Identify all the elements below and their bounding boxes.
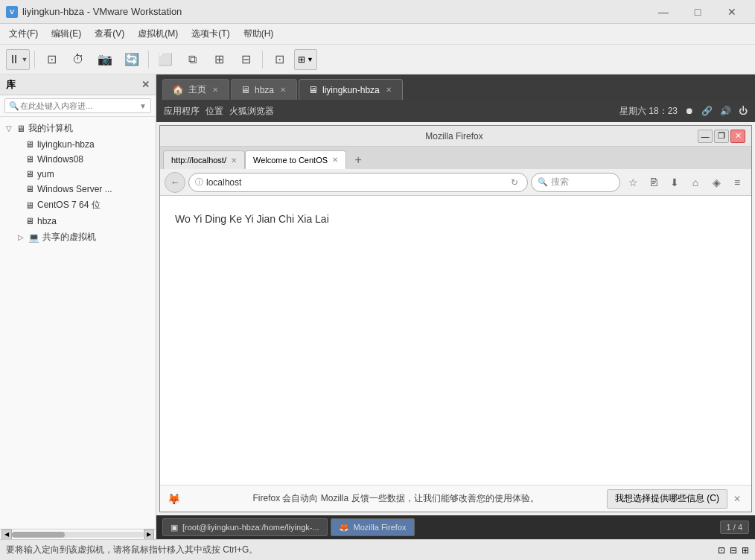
pause-button[interactable]: ⏸ ▼	[6, 49, 30, 70]
view-button[interactable]: ⊞	[207, 49, 231, 70]
reload-button[interactable]: ↻	[508, 177, 521, 188]
close-button[interactable]: ✕	[715, 0, 749, 24]
record-icon: ⏺	[685, 106, 694, 116]
home-btn[interactable]: ⌂	[686, 173, 705, 192]
search-placeholder-text: 搜索	[551, 176, 569, 188]
menu-edit[interactable]: 编辑(E)	[45, 25, 87, 43]
search-bar[interactable]: 🔍 搜索	[531, 173, 620, 192]
menu-vm[interactable]: 虚拟机(M)	[132, 25, 184, 43]
scroll-left-btn[interactable]: ◀	[1, 529, 12, 540]
tree-item-yum[interactable]: 🖥 yum	[0, 167, 156, 182]
vm-icon-yum: 🖥	[25, 169, 34, 179]
scroll-track[interactable]	[12, 532, 144, 538]
tree-item-shared[interactable]: ▷ 💻 共享的虚拟机	[0, 229, 156, 246]
ff-tab-localhost[interactable]: http://localhost/ ✕	[163, 150, 245, 169]
firefox-maximize[interactable]: ❐	[714, 130, 729, 143]
url-text: localhost	[206, 177, 505, 188]
notification-close-btn[interactable]: ✕	[730, 494, 744, 504]
sidebar: 库 ✕ 🔍 ▼ ▽ 🖥 我的计算机 🖥 liyingkun-	[0, 74, 156, 539]
toolbar-separator-1	[34, 51, 35, 69]
search-bar-icon: 🔍	[538, 177, 548, 187]
tab-hbza[interactable]: 🖥 hbza ✕	[231, 79, 297, 100]
back-button[interactable]: ←	[165, 172, 185, 193]
tab-liyingkun-close[interactable]: ✕	[384, 84, 393, 95]
firefox-minimize[interactable]: —	[698, 130, 713, 143]
connect-button[interactable]: ⊡	[39, 49, 63, 70]
ff-new-tab-btn[interactable]: +	[349, 151, 367, 169]
page-indicator: 1 / 4	[720, 521, 749, 534]
view-dropdown[interactable]: ⊞ ▼	[294, 49, 317, 70]
screenshot-button[interactable]: ⏱	[66, 49, 90, 70]
places-menu[interactable]: 位置	[206, 105, 223, 118]
ff-tab-welcome-close[interactable]: ✕	[332, 156, 338, 164]
notification-choose-btn[interactable]: 我想选择提供哪些信息 (C)	[607, 489, 727, 509]
menu-file[interactable]: 文件(F)	[3, 25, 44, 43]
reader-btn[interactable]: 🖹	[644, 173, 663, 192]
clock: 星期六 18：23	[619, 105, 678, 118]
sidebar-close-btn[interactable]: ✕	[141, 79, 150, 90]
toolbar: ⏸ ▼ ⊡ ⏱ 📷 🔄 ⬜ ⧉ ⊞ ⊟ ⊡ ⊞ ▼	[0, 45, 755, 74]
download-btn[interactable]: ⬇	[665, 173, 684, 192]
tree-item-windows08[interactable]: 🖥 Windows08	[0, 152, 156, 167]
tree-label-shared: 共享的虚拟机	[42, 231, 96, 244]
status-icon-3: ⊞	[742, 545, 749, 556]
home-tab-icon: 🏠	[172, 84, 184, 95]
liyingkun-tab-icon: 🖥	[308, 84, 318, 95]
tab-liyingkun[interactable]: 🖥 liyingkun-hbza ✕	[299, 79, 403, 100]
view-dropdown-icon: ▼	[307, 56, 313, 63]
maximize-button[interactable]: □	[681, 0, 715, 24]
tree-item-hbza[interactable]: 🖥 hbza	[0, 214, 156, 229]
split-button[interactable]: ⧉	[180, 49, 204, 70]
restore-button[interactable]: 🔄	[120, 49, 144, 70]
menu-help[interactable]: 帮助(H)	[238, 25, 280, 43]
ff-tab-localhost-close[interactable]: ✕	[231, 156, 237, 165]
ff-tab-localhost-label: http://localhost/	[171, 156, 226, 165]
menu-btn[interactable]: ≡	[727, 173, 747, 192]
bottom-right-area: 1 / 4	[720, 521, 749, 534]
unity-button[interactable]: ⊟	[234, 49, 258, 70]
sidebar-header: 库 ✕	[0, 74, 156, 95]
tree-item-winserver[interactable]: 🖥 Windows Server ...	[0, 182, 156, 197]
scroll-right-btn[interactable]: ▶	[144, 529, 154, 540]
terminal-task[interactable]: ▣ [root@liyingkun-hbza:/home/liyingk-...	[162, 518, 328, 536]
address-bar[interactable]: ⓘ localhost ↻	[188, 173, 528, 192]
sidebar-tree: ▽ 🖥 我的计算机 🖥 liyingkun-hbza 🖥 Windows08	[0, 117, 156, 529]
fullscreen-button[interactable]: ⬜	[153, 49, 177, 70]
tab-home-close[interactable]: ✕	[211, 84, 220, 95]
bottom-left-area: ▣ [root@liyingkun-hbza:/home/liyingk-...…	[162, 518, 415, 536]
firefox-close[interactable]: ✕	[730, 130, 745, 143]
firefox-navbar: ← ⓘ localhost ↻ 🔍 搜索 ☆ 🖹 ⬇ ⌂	[160, 169, 751, 196]
firefox-win-controls: — ❐ ✕	[698, 130, 745, 143]
menu-tab[interactable]: 选项卡(T)	[185, 25, 235, 43]
status-icon-1: ⊡	[718, 545, 725, 556]
view-icon: ⊞	[298, 54, 305, 65]
search-dropdown-icon: ▼	[139, 102, 147, 110]
search-input[interactable]	[4, 98, 151, 113]
ff-tab-welcome[interactable]: Welcome to CentOS ✕	[245, 150, 346, 169]
status-icon-2: ⊟	[730, 545, 737, 556]
minimize-button[interactable]: —	[646, 0, 681, 24]
tab-home[interactable]: 🏠 主页 ✕	[162, 79, 229, 100]
pocket-btn[interactable]: ◈	[707, 173, 726, 192]
sidebar-scrollbar[interactable]: ◀ ▶	[0, 529, 156, 539]
search-icon: 🔍	[9, 101, 19, 111]
title-bar-left: V liyingkun-hbza - VMware Workstation	[6, 6, 182, 18]
tree-item-centos[interactable]: 🖥 CentOS 7 64 位	[0, 197, 156, 214]
snapshot-button[interactable]: 📷	[93, 49, 117, 70]
browser-menu[interactable]: 火狐浏览器	[229, 105, 274, 118]
tree-label-windows08: Windows08	[37, 154, 83, 165]
menu-view[interactable]: 查看(V)	[89, 25, 130, 43]
pause-dropdown-icon: ▼	[22, 56, 28, 63]
tree-item-root[interactable]: ▽ 🖥 我的计算机	[0, 120, 156, 137]
bookmark-star-btn[interactable]: ☆	[623, 173, 643, 192]
apps-menu[interactable]: 应用程序	[164, 105, 200, 118]
taskbar-left-items: 应用程序 位置 火狐浏览器	[164, 105, 274, 118]
tab-liyingkun-label: liyingkun-hbza	[322, 85, 380, 95]
tree-item-liyingkun[interactable]: 🖥 liyingkun-hbza	[0, 137, 156, 152]
tree-expand-shared: ▷	[18, 233, 25, 241]
tree-label-hbza: hbza	[37, 216, 57, 226]
terminal-button[interactable]: ⊡	[267, 49, 291, 70]
ff-tab-welcome-label: Welcome to CentOS	[253, 156, 328, 165]
tab-hbza-close[interactable]: ✕	[278, 84, 287, 95]
firefox-task[interactable]: 🦊 Mozilla Firefox	[331, 518, 415, 536]
